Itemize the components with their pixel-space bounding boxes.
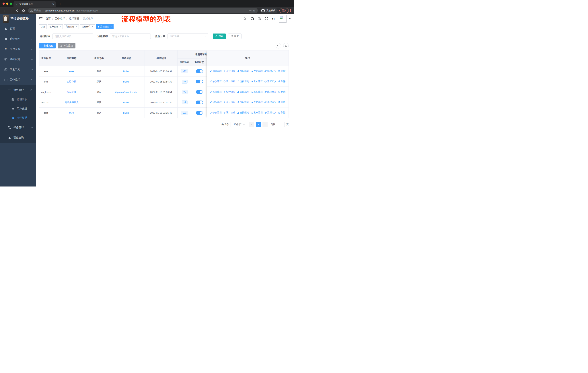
forward-button[interactable]: → (10, 9, 13, 12)
address-bar[interactable]: 不安全 dashboard.yudao.iocoder.cn/bpm/manag… (28, 8, 258, 13)
deploy-process-action[interactable]: 发布流程 (251, 111, 263, 114)
active-toggle[interactable] (196, 111, 203, 115)
assign-rule-action[interactable]: 分配规则 (237, 70, 249, 73)
sidebar-logo[interactable]: 芋道管理系统 (0, 14, 36, 24)
delete-action[interactable]: 删除 (278, 70, 285, 73)
import-process-button[interactable]: 导入流程 (58, 43, 75, 49)
process-definition-action[interactable]: 流程定义 (264, 90, 276, 93)
delete-action[interactable]: 删除 (278, 101, 285, 104)
process-definition-action[interactable]: 流程定义 (264, 80, 276, 83)
design-process-action[interactable]: 设计流程 (223, 80, 235, 83)
active-toggle[interactable] (196, 69, 203, 73)
breadcrumb-workflow[interactable]: 工作流程 (55, 17, 65, 20)
process-name-input[interactable] (110, 33, 151, 39)
sidebar-item-task-mgmt[interactable]: 任务管理 (0, 122, 36, 133)
design-process-action[interactable]: 设计流程 (223, 111, 235, 114)
new-tab-button[interactable]: + (58, 2, 63, 7)
sidebar-collapse-button[interactable] (39, 17, 42, 20)
form-info-link[interactable]: biubiu (123, 101, 130, 104)
search-button[interactable]: 搜索 (213, 33, 226, 39)
process-definition-action[interactable]: 流程定义 (264, 101, 276, 104)
tag-close-icon[interactable]: ✕ (75, 26, 77, 28)
tag-close-icon[interactable]: ✕ (59, 26, 61, 28)
active-toggle[interactable] (196, 101, 203, 104)
design-process-action[interactable]: 设计流程 (223, 101, 235, 104)
reset-button[interactable]: 重置 (228, 33, 242, 39)
tag-process-model[interactable]: 流程模型✕ (96, 24, 114, 29)
deploy-process-action[interactable]: 发布流程 (251, 70, 263, 73)
sidebar-item-process-mgmt[interactable]: 流程管理 (0, 85, 36, 95)
current-page-button[interactable]: 1 (256, 122, 261, 127)
security-label[interactable]: 不安全 (34, 9, 41, 12)
prev-page-button[interactable]: ‹ (249, 122, 254, 127)
sidebar-item-workflow[interactable]: 工作流程 (0, 75, 36, 85)
goto-page-input[interactable] (277, 122, 285, 127)
font-size-icon[interactable]: тT (272, 17, 275, 20)
form-info-link[interactable]: biubiu (123, 70, 130, 73)
zoom-window-button[interactable] (10, 2, 12, 5)
avatar[interactable] (279, 15, 286, 23)
tag-close-icon[interactable]: ✕ (92, 26, 93, 28)
modify-process-action[interactable]: 修改流程 (210, 101, 222, 104)
tab-close-icon[interactable]: ✕ (52, 3, 54, 6)
modify-process-action[interactable]: 修改流程 (210, 80, 222, 83)
design-process-action[interactable]: 设计流程 (223, 90, 235, 93)
design-process-action[interactable]: 设计流程 (223, 70, 235, 73)
active-toggle[interactable] (196, 80, 203, 83)
create-process-button[interactable]: +新建流程 (39, 43, 56, 49)
process-key-input[interactable] (52, 33, 93, 39)
avatar-dropdown-caret[interactable] (289, 18, 291, 19)
deploy-process-action[interactable]: 发布流程 (251, 90, 263, 93)
delete-action[interactable]: 删除 (278, 80, 285, 83)
tag-my-process[interactable]: 我的流程✕ (64, 24, 79, 29)
assign-rule-action[interactable]: 分配规则 (237, 101, 249, 104)
process-definition-action[interactable]: 流程定义 (264, 70, 276, 73)
key-icon[interactable] (249, 9, 252, 12)
process-name-link[interactable]: 滔博 (69, 111, 74, 115)
tag-close-icon[interactable]: ✕ (110, 26, 112, 28)
delete-action[interactable]: 删除 (278, 90, 285, 93)
tag-tenant[interactable]: 租户管理✕ (48, 24, 63, 29)
form-info-link[interactable]: /bpm/oa/leave/create (115, 91, 137, 93)
menu-dots-button[interactable] (290, 9, 291, 12)
sidebar-item-devtools[interactable]: 研发工具 (0, 64, 36, 75)
process-category-select[interactable]: 流程分类 (168, 33, 208, 39)
home-button[interactable] (22, 9, 25, 12)
sidebar-item-process-form[interactable]: 流程表单 (0, 95, 36, 104)
search-icon[interactable] (243, 17, 247, 20)
back-button[interactable]: ← (3, 9, 6, 12)
close-window-button[interactable] (2, 2, 5, 5)
sidebar-item-payment[interactable]: ¥ 支付管理 (0, 44, 36, 54)
breadcrumb-home[interactable]: 首页 (46, 17, 51, 20)
sidebar-item-user-group[interactable]: 用户分组 (0, 104, 36, 113)
sidebar-item-leave-query[interactable]: 请假查询 (0, 133, 36, 143)
help-icon[interactable] (258, 17, 261, 20)
deploy-process-action[interactable]: 发布流程 (251, 80, 263, 83)
sidebar-item-infra[interactable]: 基础设施 (0, 54, 36, 64)
process-name-link[interactable]: eeee (69, 70, 74, 73)
form-info-link[interactable]: biubiu (123, 80, 130, 83)
process-name-link[interactable]: 自己审批 (67, 80, 76, 83)
assign-rule-action[interactable]: 分配规则 (237, 111, 249, 114)
delete-action[interactable]: 删除 (278, 111, 285, 114)
process-name-link[interactable]: OA 请假 (67, 90, 76, 94)
modify-process-action[interactable]: 修改流程 (210, 70, 222, 73)
assign-rule-action[interactable]: 分配规则 (237, 90, 249, 93)
minimize-window-button[interactable] (6, 2, 8, 5)
modify-process-action[interactable]: 修改流程 (210, 90, 222, 93)
tag-process-form[interactable]: 流程表单✕ (80, 24, 95, 29)
assign-rule-action[interactable]: 分配规则 (237, 80, 249, 83)
fullscreen-icon[interactable] (265, 17, 268, 20)
process-definition-action[interactable]: 流程定义 (264, 111, 276, 114)
form-info-link[interactable]: biubiu (123, 111, 130, 114)
next-page-button[interactable]: › (262, 122, 268, 127)
modify-process-action[interactable]: 修改流程 (210, 111, 222, 114)
active-toggle[interactable] (196, 90, 203, 94)
reload-button[interactable] (16, 9, 19, 12)
toggle-search-button[interactable] (276, 43, 281, 49)
refresh-button[interactable] (283, 43, 289, 49)
deploy-process-action[interactable]: 发布流程 (251, 101, 263, 104)
tag-home[interactable]: 首页 (39, 24, 47, 29)
star-icon[interactable]: ☆ (253, 9, 256, 12)
github-icon[interactable] (251, 17, 254, 20)
